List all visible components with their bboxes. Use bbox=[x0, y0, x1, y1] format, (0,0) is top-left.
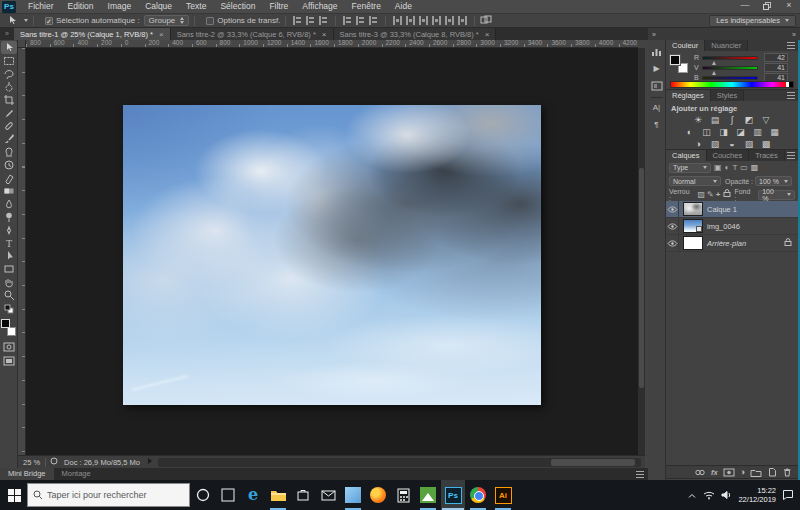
threshold-icon[interactable]: ◒ bbox=[725, 139, 739, 150]
red-value-field[interactable]: 42 bbox=[764, 53, 788, 62]
tab-mini-bridge[interactable]: Mini Bridge bbox=[0, 468, 54, 480]
menu-item-affichage[interactable]: Affichage bbox=[295, 0, 344, 13]
visibility-eye-icon[interactable] bbox=[666, 235, 679, 251]
blur-tool[interactable] bbox=[1, 197, 17, 210]
background-color-swatch[interactable] bbox=[7, 327, 16, 336]
status-menu-arrow-icon[interactable] bbox=[146, 457, 154, 467]
link-layers-icon[interactable] bbox=[694, 463, 706, 481]
restore-button[interactable] bbox=[756, 0, 778, 12]
navigator-icon[interactable]: ▶ bbox=[649, 61, 665, 76]
lock-position-icon[interactable]: + bbox=[716, 190, 721, 200]
document-tab[interactable]: Sans titre-3 @ 33,3% (Calque 8, RVB/8) *… bbox=[334, 28, 497, 40]
layer-name[interactable]: img_0046 bbox=[707, 222, 740, 231]
tab-styles[interactable]: Styles bbox=[711, 90, 744, 101]
exposure-icon[interactable]: ◩ bbox=[742, 115, 756, 126]
transform-options-checkbox[interactable] bbox=[206, 17, 214, 25]
layer-row-arriere-plan[interactable]: Arrière-plan bbox=[666, 235, 798, 252]
chrome-icon[interactable] bbox=[466, 480, 490, 510]
gradient-map-icon[interactable]: ▨ bbox=[742, 139, 756, 150]
ruler-corner[interactable] bbox=[18, 40, 26, 48]
hue-saturation-icon[interactable]: ◐ bbox=[683, 127, 697, 138]
path-selection-tool[interactable] bbox=[1, 249, 17, 262]
start-button[interactable] bbox=[1, 480, 27, 510]
menu-item-slection[interactable]: Sélection bbox=[213, 0, 262, 13]
layer-thumbnail[interactable] bbox=[683, 202, 703, 216]
type-layer-filter-icon[interactable]: T bbox=[732, 163, 737, 173]
vertical-ruler[interactable] bbox=[18, 48, 26, 455]
distribute-right-icon[interactable] bbox=[458, 16, 467, 25]
document-tab[interactable]: Sans titre-1 @ 25% (Calque 1, RVB/8) *× bbox=[14, 28, 171, 40]
clone-stamp-tool[interactable] bbox=[1, 145, 17, 158]
align-right-icon[interactable] bbox=[369, 16, 378, 25]
align-vcenter-icon[interactable] bbox=[306, 16, 315, 25]
lock-paint-icon[interactable]: ✎ bbox=[707, 190, 714, 200]
red-slider[interactable] bbox=[702, 56, 758, 60]
brush-tool[interactable] bbox=[1, 132, 17, 145]
tab-couleur[interactable]: Couleur bbox=[666, 40, 705, 51]
histogram-icon[interactable] bbox=[649, 44, 665, 59]
delete-layer-icon[interactable] bbox=[782, 463, 792, 481]
taskbar-search-input[interactable]: Taper ici pour rechercher bbox=[27, 483, 190, 507]
image-viewer-icon[interactable] bbox=[416, 480, 440, 510]
document-tab[interactable]: Sans titre-2 @ 33,3% (Calque 6, RVB/8) *… bbox=[171, 28, 334, 40]
lock-transparency-icon[interactable]: ▨ bbox=[697, 190, 705, 200]
tab-close-icon[interactable]: × bbox=[485, 30, 490, 39]
black-white-icon[interactable]: ◨ bbox=[717, 127, 731, 138]
layer-thumbnail[interactable] bbox=[683, 219, 703, 233]
menu-item-edition[interactable]: Edition bbox=[61, 0, 101, 13]
layer-thumbnail[interactable] bbox=[683, 236, 703, 250]
tool-preset-arrow[interactable] bbox=[24, 19, 28, 22]
menu-item-fichier[interactable]: Fichier bbox=[21, 0, 61, 13]
pen-tool[interactable] bbox=[1, 223, 17, 236]
selective-color-icon[interactable]: ▩ bbox=[759, 139, 773, 150]
layer-name[interactable]: Calque 1 bbox=[707, 205, 737, 214]
screen-mode-button[interactable] bbox=[2, 355, 16, 367]
task-view-button[interactable] bbox=[216, 480, 240, 510]
close-button[interactable]: × bbox=[778, 0, 800, 12]
volume-icon[interactable] bbox=[721, 486, 732, 504]
canvas-area[interactable] bbox=[26, 48, 638, 455]
color-spectrum-bar[interactable] bbox=[670, 81, 794, 88]
auto-select-dropdown[interactable]: Groupe bbox=[144, 15, 190, 26]
panel-menu-icon[interactable] bbox=[787, 152, 795, 159]
edge-icon[interactable]: e bbox=[241, 480, 265, 510]
posterize-icon[interactable]: ▧ bbox=[708, 139, 722, 150]
rectangular-marquee-tool[interactable] bbox=[1, 54, 17, 67]
mail-icon[interactable] bbox=[316, 480, 340, 510]
green-slider[interactable] bbox=[702, 66, 758, 70]
move-tool-badge[interactable] bbox=[3, 14, 19, 27]
default-swatches-icon[interactable] bbox=[2, 303, 16, 315]
tab-nuancier[interactable]: Nuancier bbox=[705, 40, 748, 51]
new-adjustment-layer-icon[interactable]: ◑ bbox=[740, 468, 745, 477]
shape-layer-filter-icon[interactable]: ▭ bbox=[740, 163, 748, 173]
horizontal-ruler[interactable]: 8006004002000200400600800100012001400160… bbox=[26, 40, 638, 48]
blend-mode-dropdown[interactable]: Normal bbox=[669, 176, 721, 186]
opacity-dropdown[interactable]: 100 % bbox=[755, 176, 792, 186]
curves-icon[interactable]: ʃ bbox=[725, 115, 739, 126]
character-panel-icon[interactable]: A| bbox=[649, 100, 665, 115]
distribute-bottom-icon[interactable] bbox=[419, 16, 428, 25]
align-bottom-icon[interactable] bbox=[319, 16, 328, 25]
green-value-field[interactable]: 41 bbox=[764, 63, 788, 72]
color-balance-icon[interactable]: ◫ bbox=[700, 127, 714, 138]
tab-close-icon[interactable]: × bbox=[322, 30, 327, 39]
eraser-tool[interactable] bbox=[1, 171, 17, 184]
fill-dropdown[interactable]: 100 % bbox=[758, 190, 795, 200]
quick-selection-tool[interactable] bbox=[1, 80, 17, 93]
menu-item-fentre[interactable]: Fenêtre bbox=[345, 0, 388, 13]
layer-row-img-0046[interactable]: img_0046 bbox=[666, 218, 798, 235]
layer-row-calque-1[interactable]: Calque 1 bbox=[666, 201, 798, 218]
info-icon[interactable] bbox=[649, 78, 665, 93]
align-left-icon[interactable] bbox=[343, 16, 352, 25]
dock-collapse-right-icon[interactable]: » bbox=[792, 31, 796, 38]
lock-all-icon[interactable] bbox=[722, 188, 732, 201]
action-center-icon[interactable] bbox=[782, 486, 794, 504]
foreground-color-swatch[interactable] bbox=[670, 55, 680, 65]
layer-style-fx-icon[interactable]: fx bbox=[711, 468, 718, 477]
levels-icon[interactable]: ▤ bbox=[708, 115, 722, 126]
illustrator-icon[interactable]: Ai bbox=[491, 480, 515, 510]
zoom-tool[interactable] bbox=[1, 288, 17, 301]
visibility-eye-icon[interactable] bbox=[666, 201, 679, 217]
history-brush-tool[interactable] bbox=[1, 158, 17, 171]
invert-icon[interactable]: ◑ bbox=[691, 139, 705, 150]
